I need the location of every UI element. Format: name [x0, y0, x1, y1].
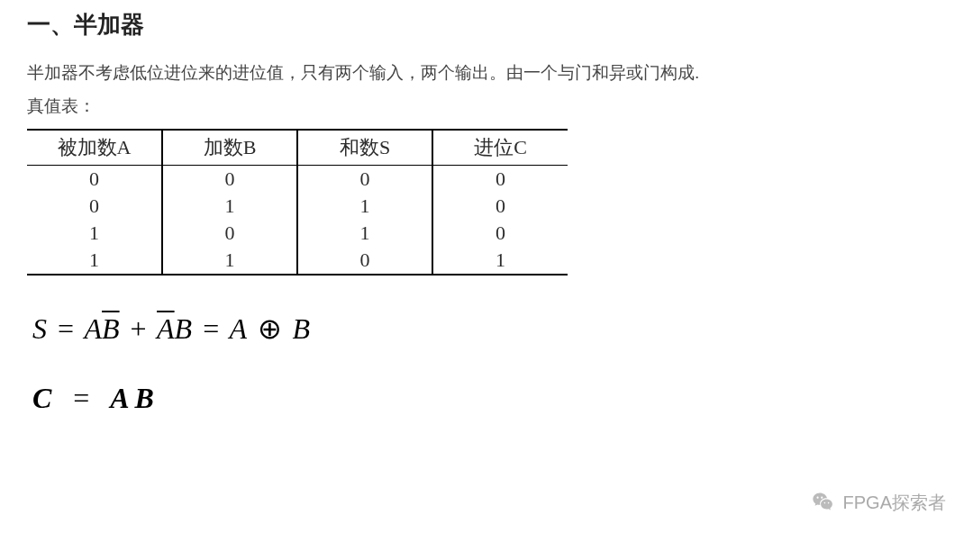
cell: 0: [432, 220, 568, 247]
formula-term: B: [293, 312, 311, 345]
table-header-row: 被加数A 加数B 和数S 进位C: [27, 130, 568, 166]
equals-sign: =: [73, 382, 95, 414]
cell: 0: [297, 166, 432, 194]
formula-c: C = AB: [32, 382, 946, 415]
cell: 1: [27, 247, 162, 275]
table-row: 0 1 1 0: [27, 193, 568, 220]
formula-s: S = AB + AB = A ⊕ B: [32, 312, 946, 346]
cell: 0: [432, 166, 568, 194]
header-b: 加数B: [162, 130, 297, 166]
cell: 0: [27, 166, 162, 194]
formula-term: A: [230, 312, 247, 345]
cell: 1: [27, 220, 162, 247]
formula-term-bar: A: [157, 312, 175, 345]
table-body: 0 0 0 0 0 1 1 0 1 0 1 0 1 1 0 1: [27, 166, 568, 275]
formula-rhs: AB: [110, 382, 159, 414]
table-row: 1 1 0 1: [27, 247, 568, 275]
formula-term: B: [175, 312, 193, 345]
section-title: 一、半加器: [27, 9, 946, 41]
watermark: FPGA探索者: [811, 490, 946, 515]
cell: 1: [432, 247, 568, 275]
description-text: 半加器不考虑低位进位来的进位值，只有两个输入，两个输出。由一个与门和异或门构成.: [27, 57, 946, 89]
cell: 0: [27, 193, 162, 220]
formula-term: A: [84, 312, 102, 345]
header-a: 被加数A: [27, 130, 162, 166]
cell: 0: [432, 193, 568, 220]
equals-sign: =: [58, 312, 74, 345]
header-c: 进位C: [432, 130, 568, 166]
cell: 0: [162, 220, 297, 247]
table-row: 0 0 0 0: [27, 166, 568, 194]
cell: 0: [297, 247, 432, 275]
cell: 1: [162, 247, 297, 275]
truth-table-label: 真值表：: [27, 95, 946, 118]
header-s: 和数S: [297, 130, 432, 166]
formula-term-bar: B: [102, 312, 120, 345]
xor-sign: ⊕: [258, 312, 282, 345]
table-row: 1 0 1 0: [27, 220, 568, 247]
cell: 1: [297, 220, 432, 247]
plus-sign: +: [131, 312, 147, 345]
equals-sign: =: [203, 312, 219, 345]
cell: 0: [162, 166, 297, 194]
wechat-icon: [811, 490, 836, 515]
cell: 1: [297, 193, 432, 220]
cell: 1: [162, 193, 297, 220]
watermark-text: FPGA探索者: [843, 491, 946, 515]
truth-table: 被加数A 加数B 和数S 进位C 0 0 0 0 0 1 1 0 1 0 1 0…: [27, 129, 568, 275]
formula-lhs: S: [32, 312, 47, 345]
formula-lhs: C: [32, 382, 57, 414]
